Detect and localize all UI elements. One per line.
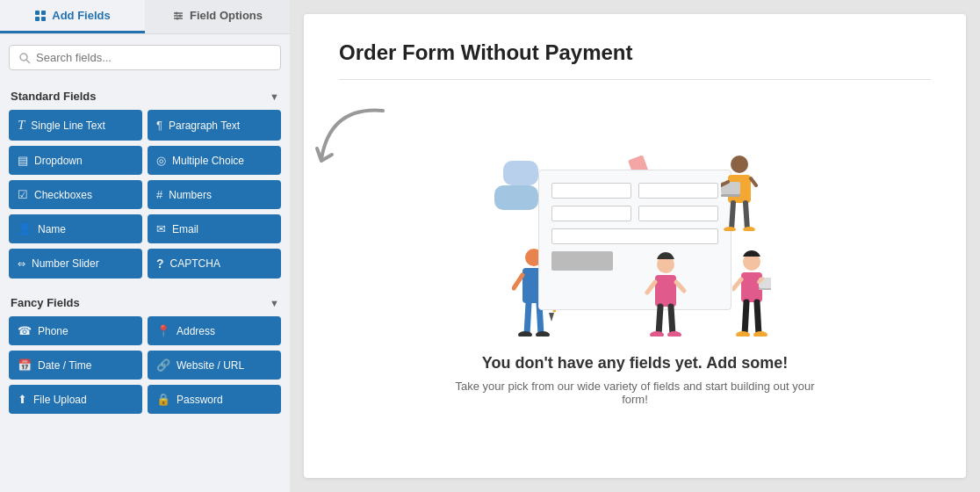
field-btn-website-url[interactable]: 🔗 Website / URL xyxy=(148,351,281,380)
standard-fields-header: Standard Fields ▼ xyxy=(9,81,281,110)
svg-marker-17 xyxy=(549,313,554,322)
arrow-icon xyxy=(313,98,400,185)
svg-rect-33 xyxy=(721,194,740,197)
fancy-fields-grid: ☎ Phone 📍 Address 📅 Date / Time 🔗 Websit… xyxy=(9,316,281,414)
svg-line-37 xyxy=(746,203,747,229)
phone-icon: ☎ xyxy=(18,324,32,337)
tab-field-options[interactable]: Field Options xyxy=(145,0,290,33)
field-btn-date-time[interactable]: 📅 Date / Time xyxy=(9,351,142,380)
svg-rect-1 xyxy=(41,11,46,15)
chat-bubble-1 xyxy=(503,161,538,185)
svg-line-25 xyxy=(676,282,684,291)
person-middle xyxy=(644,249,688,336)
fancy-fields-label: Fancy Fields xyxy=(11,296,80,309)
svg-line-24 xyxy=(647,282,655,293)
checkboxes-icon: ☑ xyxy=(18,188,28,201)
numbers-icon: # xyxy=(156,188,162,201)
svg-line-26 xyxy=(659,307,660,335)
svg-rect-0 xyxy=(35,11,40,15)
search-container xyxy=(0,34,290,81)
svg-line-18 xyxy=(527,303,529,335)
number-slider-icon: ⇔ xyxy=(18,258,25,270)
svg-line-27 xyxy=(671,307,673,335)
field-btn-password[interactable]: 🔒 Password xyxy=(148,385,281,414)
field-btn-file-upload[interactable]: ⬆ File Upload xyxy=(9,385,142,414)
svg-line-45 xyxy=(759,279,762,282)
svg-line-46 xyxy=(745,302,746,335)
tab-add-fields-label: Add Fields xyxy=(52,9,110,22)
fields-scroll-area: Standard Fields ▼ T Single Line Text ¶ P… xyxy=(0,81,290,492)
captcha-icon: ? xyxy=(156,257,164,271)
grid-icon xyxy=(34,10,47,22)
left-panel: Add Fields Field Options xyxy=(0,0,290,492)
svg-rect-2 xyxy=(35,17,40,21)
form-illustration xyxy=(494,143,775,336)
form-title: Order Form Without Payment xyxy=(339,40,632,65)
tabs-bar: Add Fields Field Options xyxy=(0,0,290,34)
svg-point-9 xyxy=(176,17,178,19)
email-icon: ✉ xyxy=(156,222,166,235)
svg-rect-3 xyxy=(41,17,46,21)
empty-state-title: You don't have any fields yet. Add some! xyxy=(482,354,788,373)
svg-line-36 xyxy=(731,203,733,229)
address-icon: 📍 xyxy=(156,324,170,337)
fancy-fields-header: Fancy Fields ▼ xyxy=(9,287,281,316)
person-right xyxy=(721,152,758,231)
search-input[interactable] xyxy=(36,51,271,64)
field-btn-phone[interactable]: ☎ Phone xyxy=(9,316,142,345)
field-btn-single-line-text[interactable]: T Single Line Text xyxy=(9,110,142,141)
main-area: Order Form Without Payment xyxy=(290,0,980,492)
field-btn-email[interactable]: ✉ Email xyxy=(148,214,281,243)
svg-rect-44 xyxy=(759,288,771,290)
search-input-wrap xyxy=(9,45,281,70)
field-btn-number-slider[interactable]: ⇔ Number Slider xyxy=(9,249,142,279)
svg-line-42 xyxy=(733,279,741,289)
svg-point-30 xyxy=(731,156,748,173)
standard-fields-chevron[interactable]: ▼ xyxy=(270,91,279,102)
field-btn-captcha[interactable]: ? CAPTCHA xyxy=(148,249,281,279)
field-btn-multiple-choice[interactable]: ◎ Multiple Choice xyxy=(148,146,281,175)
svg-point-8 xyxy=(178,14,181,17)
svg-line-35 xyxy=(751,178,756,185)
tab-add-fields[interactable]: Add Fields xyxy=(0,0,145,33)
password-icon: 🔒 xyxy=(156,393,170,406)
field-btn-address[interactable]: 📍 Address xyxy=(148,316,281,345)
chat-bubble-2 xyxy=(494,185,538,210)
paragraph-text-icon: ¶ xyxy=(156,119,162,132)
field-btn-name[interactable]: 👤 Name xyxy=(9,214,142,243)
form-mockup xyxy=(538,170,731,310)
field-btn-paragraph-text[interactable]: ¶ Paragraph Text xyxy=(148,110,281,141)
name-icon: 👤 xyxy=(18,222,32,235)
file-upload-icon: ⬆ xyxy=(18,393,27,406)
form-divider xyxy=(339,79,931,80)
field-btn-numbers[interactable]: # Numbers xyxy=(148,180,281,209)
fancy-fields-chevron[interactable]: ▼ xyxy=(270,298,279,308)
svg-rect-23 xyxy=(655,275,676,307)
field-btn-dropdown[interactable]: ▤ Dropdown xyxy=(9,146,142,175)
standard-fields-grid: T Single Line Text ¶ Paragraph Text ▤ Dr… xyxy=(9,110,281,279)
website-url-icon: 🔗 xyxy=(156,358,170,372)
standard-fields-label: Standard Fields xyxy=(11,90,97,103)
date-time-icon: 📅 xyxy=(18,358,32,372)
empty-state-subtitle: Take your pick from our wide variety of … xyxy=(450,380,819,406)
person-far-right xyxy=(732,249,771,336)
field-btn-checkboxes[interactable]: ☑ Checkboxes xyxy=(9,180,142,209)
multiple-choice-icon: ◎ xyxy=(156,154,166,167)
single-line-text-icon: T xyxy=(18,118,25,133)
empty-state: You don't have any fields yet. Add some!… xyxy=(339,98,931,452)
svg-line-11 xyxy=(27,60,30,62)
svg-line-47 xyxy=(757,302,759,335)
svg-point-10 xyxy=(20,54,27,61)
svg-line-14 xyxy=(514,275,522,288)
svg-point-7 xyxy=(175,11,177,14)
sliders-icon xyxy=(172,10,184,22)
search-icon xyxy=(18,52,31,64)
form-canvas: Order Form Without Payment xyxy=(304,14,966,478)
tab-field-options-label: Field Options xyxy=(190,9,263,22)
dropdown-icon: ▤ xyxy=(18,154,28,167)
